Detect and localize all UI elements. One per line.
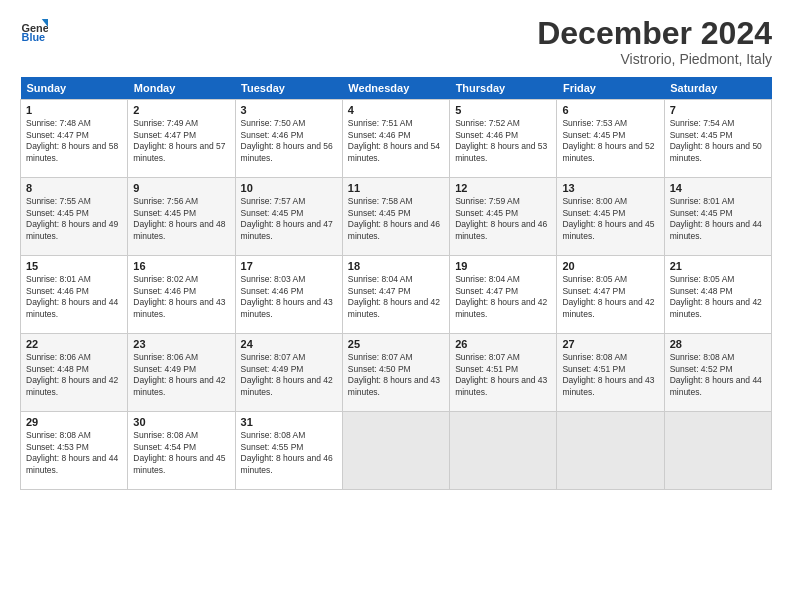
calendar-week-1: 1Sunrise: 7:48 AMSunset: 4:47 PMDaylight… [21,100,772,178]
day-number: 12 [455,182,551,194]
cell-info: Sunrise: 8:05 AMSunset: 4:48 PMDaylight:… [670,274,766,320]
day-number: 18 [348,260,444,272]
cell-info: Sunrise: 7:52 AMSunset: 4:46 PMDaylight:… [455,118,551,164]
day-number: 6 [562,104,658,116]
col-wednesday: Wednesday [342,77,449,100]
month-title: December 2024 [537,16,772,51]
day-number: 19 [455,260,551,272]
cell-info: Sunrise: 8:05 AMSunset: 4:47 PMDaylight:… [562,274,658,320]
table-row: 12Sunrise: 7:59 AMSunset: 4:45 PMDayligh… [450,178,557,256]
table-row: 30Sunrise: 8:08 AMSunset: 4:54 PMDayligh… [128,412,235,490]
cell-info: Sunrise: 8:04 AMSunset: 4:47 PMDaylight:… [455,274,551,320]
cell-info: Sunrise: 7:58 AMSunset: 4:45 PMDaylight:… [348,196,444,242]
table-row: 28Sunrise: 8:08 AMSunset: 4:52 PMDayligh… [664,334,771,412]
cell-info: Sunrise: 8:08 AMSunset: 4:52 PMDaylight:… [670,352,766,398]
header-row: Sunday Monday Tuesday Wednesday Thursday… [21,77,772,100]
table-row: 15Sunrise: 8:01 AMSunset: 4:46 PMDayligh… [21,256,128,334]
table-row: 25Sunrise: 8:07 AMSunset: 4:50 PMDayligh… [342,334,449,412]
table-row: 5Sunrise: 7:52 AMSunset: 4:46 PMDaylight… [450,100,557,178]
day-number: 11 [348,182,444,194]
page-header: General Blue December 2024 Vistrorio, Pi… [20,16,772,67]
table-row: 31Sunrise: 8:08 AMSunset: 4:55 PMDayligh… [235,412,342,490]
calendar-week-5: 29Sunrise: 8:08 AMSunset: 4:53 PMDayligh… [21,412,772,490]
svg-text:Blue: Blue [22,31,46,43]
cell-info: Sunrise: 7:59 AMSunset: 4:45 PMDaylight:… [455,196,551,242]
table-row: 26Sunrise: 8:07 AMSunset: 4:51 PMDayligh… [450,334,557,412]
day-number: 20 [562,260,658,272]
day-number: 30 [133,416,229,428]
col-thursday: Thursday [450,77,557,100]
table-row: 18Sunrise: 8:04 AMSunset: 4:47 PMDayligh… [342,256,449,334]
day-number: 21 [670,260,766,272]
table-row: 17Sunrise: 8:03 AMSunset: 4:46 PMDayligh… [235,256,342,334]
day-number: 31 [241,416,337,428]
cell-info: Sunrise: 8:07 AMSunset: 4:51 PMDaylight:… [455,352,551,398]
cell-info: Sunrise: 7:48 AMSunset: 4:47 PMDaylight:… [26,118,122,164]
col-saturday: Saturday [664,77,771,100]
table-row: 21Sunrise: 8:05 AMSunset: 4:48 PMDayligh… [664,256,771,334]
day-number: 28 [670,338,766,350]
day-number: 10 [241,182,337,194]
cell-info: Sunrise: 8:08 AMSunset: 4:55 PMDaylight:… [241,430,337,476]
cell-info: Sunrise: 8:08 AMSunset: 4:54 PMDaylight:… [133,430,229,476]
day-number: 9 [133,182,229,194]
cell-info: Sunrise: 7:56 AMSunset: 4:45 PMDaylight:… [133,196,229,242]
table-row: 13Sunrise: 8:00 AMSunset: 4:45 PMDayligh… [557,178,664,256]
table-row: 9Sunrise: 7:56 AMSunset: 4:45 PMDaylight… [128,178,235,256]
day-number: 13 [562,182,658,194]
table-row: 10Sunrise: 7:57 AMSunset: 4:45 PMDayligh… [235,178,342,256]
calendar-table: Sunday Monday Tuesday Wednesday Thursday… [20,77,772,490]
cell-info: Sunrise: 7:53 AMSunset: 4:45 PMDaylight:… [562,118,658,164]
day-number: 16 [133,260,229,272]
table-row: 4Sunrise: 7:51 AMSunset: 4:46 PMDaylight… [342,100,449,178]
col-monday: Monday [128,77,235,100]
col-tuesday: Tuesday [235,77,342,100]
cell-info: Sunrise: 7:55 AMSunset: 4:45 PMDaylight:… [26,196,122,242]
day-number: 5 [455,104,551,116]
table-row: 29Sunrise: 8:08 AMSunset: 4:53 PMDayligh… [21,412,128,490]
cell-info: Sunrise: 8:07 AMSunset: 4:50 PMDaylight:… [348,352,444,398]
table-row: 23Sunrise: 8:06 AMSunset: 4:49 PMDayligh… [128,334,235,412]
day-number: 17 [241,260,337,272]
cell-info: Sunrise: 8:01 AMSunset: 4:45 PMDaylight:… [670,196,766,242]
table-row: 6Sunrise: 7:53 AMSunset: 4:45 PMDaylight… [557,100,664,178]
day-number: 27 [562,338,658,350]
table-row: 7Sunrise: 7:54 AMSunset: 4:45 PMDaylight… [664,100,771,178]
table-row: 24Sunrise: 8:07 AMSunset: 4:49 PMDayligh… [235,334,342,412]
calendar-week-2: 8Sunrise: 7:55 AMSunset: 4:45 PMDaylight… [21,178,772,256]
cell-info: Sunrise: 8:04 AMSunset: 4:47 PMDaylight:… [348,274,444,320]
table-row: 16Sunrise: 8:02 AMSunset: 4:46 PMDayligh… [128,256,235,334]
cell-info: Sunrise: 8:08 AMSunset: 4:53 PMDaylight:… [26,430,122,476]
day-number: 2 [133,104,229,116]
day-number: 26 [455,338,551,350]
table-row: 27Sunrise: 8:08 AMSunset: 4:51 PMDayligh… [557,334,664,412]
day-number: 29 [26,416,122,428]
calendar-week-4: 22Sunrise: 8:06 AMSunset: 4:48 PMDayligh… [21,334,772,412]
day-number: 8 [26,182,122,194]
day-number: 23 [133,338,229,350]
cell-info: Sunrise: 8:03 AMSunset: 4:46 PMDaylight:… [241,274,337,320]
cell-info: Sunrise: 7:54 AMSunset: 4:45 PMDaylight:… [670,118,766,164]
cell-info: Sunrise: 7:50 AMSunset: 4:46 PMDaylight:… [241,118,337,164]
day-number: 24 [241,338,337,350]
table-row: 20Sunrise: 8:05 AMSunset: 4:47 PMDayligh… [557,256,664,334]
table-row: 11Sunrise: 7:58 AMSunset: 4:45 PMDayligh… [342,178,449,256]
table-row: 3Sunrise: 7:50 AMSunset: 4:46 PMDaylight… [235,100,342,178]
table-row: 14Sunrise: 8:01 AMSunset: 4:45 PMDayligh… [664,178,771,256]
day-number: 25 [348,338,444,350]
table-row: 8Sunrise: 7:55 AMSunset: 4:45 PMDaylight… [21,178,128,256]
location-subtitle: Vistrorio, Piedmont, Italy [537,51,772,67]
cell-info: Sunrise: 8:02 AMSunset: 4:46 PMDaylight:… [133,274,229,320]
table-row [342,412,449,490]
cell-info: Sunrise: 8:01 AMSunset: 4:46 PMDaylight:… [26,274,122,320]
day-number: 7 [670,104,766,116]
cell-info: Sunrise: 7:51 AMSunset: 4:46 PMDaylight:… [348,118,444,164]
cell-info: Sunrise: 8:06 AMSunset: 4:48 PMDaylight:… [26,352,122,398]
day-number: 1 [26,104,122,116]
day-number: 14 [670,182,766,194]
table-row: 22Sunrise: 8:06 AMSunset: 4:48 PMDayligh… [21,334,128,412]
col-sunday: Sunday [21,77,128,100]
calendar-week-3: 15Sunrise: 8:01 AMSunset: 4:46 PMDayligh… [21,256,772,334]
table-row: 19Sunrise: 8:04 AMSunset: 4:47 PMDayligh… [450,256,557,334]
col-friday: Friday [557,77,664,100]
